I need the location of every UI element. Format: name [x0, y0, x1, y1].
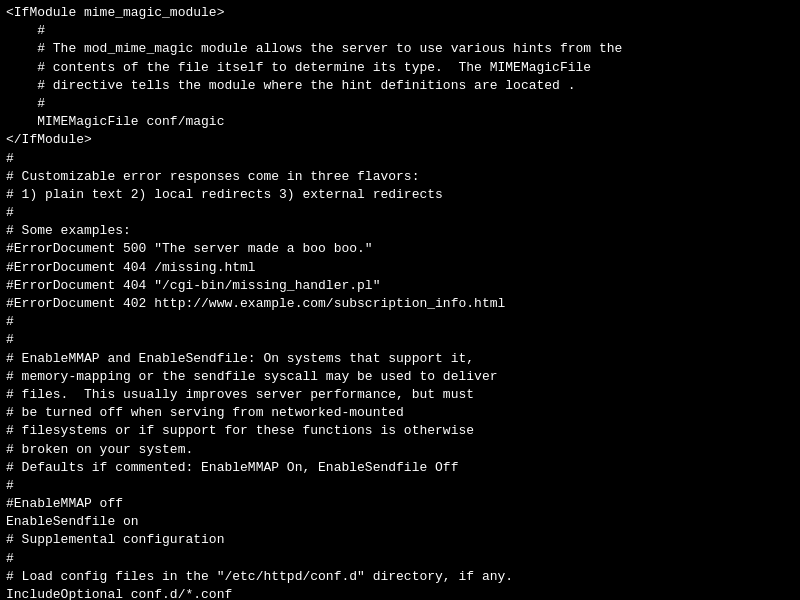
terminal-line: <IfModule mime_magic_module>	[6, 4, 794, 22]
terminal-line: # Defaults if commented: EnableMMAP On, …	[6, 459, 794, 477]
terminal-line: # Customizable error responses come in t…	[6, 168, 794, 186]
terminal-line: #ErrorDocument 404 "/cgi-bin/missing_han…	[6, 277, 794, 295]
terminal-line: # memory-mapping or the sendfile syscall…	[6, 368, 794, 386]
terminal-line: #	[6, 204, 794, 222]
terminal-line: #	[6, 331, 794, 349]
terminal-line: #ErrorDocument 402 http://www.example.co…	[6, 295, 794, 313]
terminal-line: # be turned off when serving from networ…	[6, 404, 794, 422]
terminal-line: #	[6, 95, 794, 113]
terminal-line: # The mod_mime_magic module allows the s…	[6, 40, 794, 58]
terminal-line: # contents of the file itself to determi…	[6, 59, 794, 77]
terminal-line: # Load config files in the "/etc/httpd/c…	[6, 568, 794, 586]
terminal-line: #	[6, 550, 794, 568]
terminal-line: #	[6, 150, 794, 168]
terminal-line: MIMEMagicFile conf/magic	[6, 113, 794, 131]
terminal-line: #ErrorDocument 500 "The server made a bo…	[6, 240, 794, 258]
terminal-line: # filesystems or if support for these fu…	[6, 422, 794, 440]
terminal-line: #EnableMMAP off	[6, 495, 794, 513]
terminal-line: #	[6, 22, 794, 40]
terminal-line: #ErrorDocument 404 /missing.html	[6, 259, 794, 277]
terminal-window[interactable]: <IfModule mime_magic_module> # # The mod…	[0, 0, 800, 600]
terminal-line: # EnableMMAP and EnableSendfile: On syst…	[6, 350, 794, 368]
terminal-line: # directive tells the module where the h…	[6, 77, 794, 95]
terminal-line: # files. This usually improves server pe…	[6, 386, 794, 404]
terminal-line: </IfModule>	[6, 131, 794, 149]
terminal-line: # 1) plain text 2) local redirects 3) ex…	[6, 186, 794, 204]
terminal-line: #	[6, 313, 794, 331]
terminal-line: # Supplemental configuration	[6, 531, 794, 549]
terminal-line: #	[6, 477, 794, 495]
terminal-line: EnableSendfile on	[6, 513, 794, 531]
terminal-line: # Some examples:	[6, 222, 794, 240]
terminal-line: # broken on your system.	[6, 441, 794, 459]
terminal-line: IncludeOptional conf.d/*.conf	[6, 586, 794, 600]
